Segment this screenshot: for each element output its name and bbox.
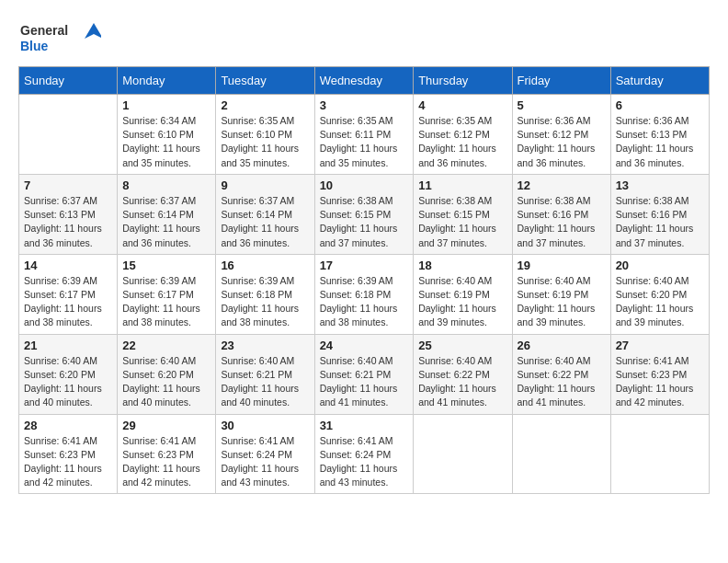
day-info: Sunrise: 6:40 AMSunset: 6:20 PMDaylight:… — [122, 354, 210, 410]
svg-marker-2 — [85, 23, 101, 39]
day-number: 15 — [122, 259, 210, 272]
calendar-cell: 15Sunrise: 6:39 AMSunset: 6:17 PMDayligh… — [118, 254, 216, 334]
calendar-cell: 7Sunrise: 6:37 AMSunset: 6:13 PMDaylight… — [19, 174, 118, 254]
calendar-cell: 21Sunrise: 6:40 AMSunset: 6:20 PMDayligh… — [19, 334, 118, 414]
day-info: Sunrise: 6:40 AMSunset: 6:19 PMDaylight:… — [518, 274, 606, 330]
day-info: Sunrise: 6:35 AMSunset: 6:12 PMDaylight:… — [418, 114, 506, 170]
day-info: Sunrise: 6:37 AMSunset: 6:14 PMDaylight:… — [122, 194, 210, 250]
generalblue-logo-icon: General Blue — [18, 18, 101, 57]
day-info: Sunrise: 6:38 AMSunset: 6:15 PMDaylight:… — [418, 194, 506, 250]
day-info: Sunrise: 6:40 AMSunset: 6:22 PMDaylight:… — [418, 354, 506, 410]
day-number: 30 — [221, 419, 309, 432]
calendar-cell: 13Sunrise: 6:38 AMSunset: 6:16 PMDayligh… — [610, 174, 709, 254]
day-info: Sunrise: 6:40 AMSunset: 6:21 PMDaylight:… — [221, 354, 309, 410]
page-header: General Blue — [18, 18, 710, 57]
weekday-header-row: SundayMondayTuesdayWednesdayThursdayFrid… — [19, 67, 710, 95]
day-info: Sunrise: 6:37 AMSunset: 6:13 PMDaylight:… — [24, 194, 112, 250]
day-info: Sunrise: 6:39 AMSunset: 6:18 PMDaylight:… — [320, 274, 409, 330]
calendar-week-row: 14Sunrise: 6:39 AMSunset: 6:17 PMDayligh… — [19, 254, 710, 334]
svg-text:General: General — [20, 23, 68, 38]
day-number: 1 — [122, 98, 210, 112]
day-info: Sunrise: 6:41 AMSunset: 6:23 PMDaylight:… — [122, 434, 210, 490]
day-info: Sunrise: 6:38 AMSunset: 6:15 PMDaylight:… — [320, 194, 409, 250]
day-number: 13 — [616, 178, 704, 192]
calendar-cell: 10Sunrise: 6:38 AMSunset: 6:15 PMDayligh… — [314, 174, 414, 254]
day-number: 21 — [24, 339, 112, 352]
calendar-cell: 24Sunrise: 6:40 AMSunset: 6:21 PMDayligh… — [314, 334, 414, 414]
day-info: Sunrise: 6:41 AMSunset: 6:24 PMDaylight:… — [320, 434, 409, 490]
day-number: 20 — [616, 259, 704, 272]
calendar-table: SundayMondayTuesdayWednesdayThursdayFrid… — [18, 66, 710, 494]
day-info: Sunrise: 6:36 AMSunset: 6:12 PMDaylight:… — [518, 114, 606, 170]
day-number: 25 — [418, 339, 506, 352]
day-number: 5 — [518, 98, 606, 112]
day-number: 29 — [122, 419, 210, 432]
calendar-week-row: 28Sunrise: 6:41 AMSunset: 6:23 PMDayligh… — [19, 414, 710, 494]
calendar-cell: 31Sunrise: 6:41 AMSunset: 6:24 PMDayligh… — [314, 414, 414, 494]
calendar-week-row: 1Sunrise: 6:34 AMSunset: 6:10 PMDaylight… — [19, 95, 710, 175]
calendar-week-row: 7Sunrise: 6:37 AMSunset: 6:13 PMDaylight… — [19, 174, 710, 254]
day-info: Sunrise: 6:34 AMSunset: 6:10 PMDaylight:… — [122, 114, 210, 170]
day-info: Sunrise: 6:41 AMSunset: 6:23 PMDaylight:… — [24, 434, 112, 490]
calendar-cell: 12Sunrise: 6:38 AMSunset: 6:16 PMDayligh… — [512, 174, 610, 254]
day-info: Sunrise: 6:39 AMSunset: 6:17 PMDaylight:… — [24, 274, 112, 330]
calendar-cell: 23Sunrise: 6:40 AMSunset: 6:21 PMDayligh… — [216, 334, 314, 414]
day-number: 2 — [221, 98, 309, 112]
day-number: 24 — [320, 339, 409, 352]
calendar-cell: 5Sunrise: 6:36 AMSunset: 6:12 PMDaylight… — [512, 95, 610, 175]
weekday-header-tuesday: Tuesday — [216, 67, 314, 95]
calendar-cell: 20Sunrise: 6:40 AMSunset: 6:20 PMDayligh… — [610, 254, 709, 334]
weekday-header-monday: Monday — [118, 67, 216, 95]
day-number: 28 — [24, 419, 112, 432]
day-number: 14 — [24, 259, 112, 272]
day-info: Sunrise: 6:40 AMSunset: 6:20 PMDaylight:… — [24, 354, 112, 410]
calendar-cell: 8Sunrise: 6:37 AMSunset: 6:14 PMDaylight… — [118, 174, 216, 254]
day-number: 4 — [418, 98, 506, 112]
day-info: Sunrise: 6:39 AMSunset: 6:17 PMDaylight:… — [122, 274, 210, 330]
calendar-cell: 9Sunrise: 6:37 AMSunset: 6:14 PMDaylight… — [216, 174, 314, 254]
weekday-header-sunday: Sunday — [19, 67, 118, 95]
calendar-cell: 19Sunrise: 6:40 AMSunset: 6:19 PMDayligh… — [512, 254, 610, 334]
calendar-cell: 22Sunrise: 6:40 AMSunset: 6:20 PMDayligh… — [118, 334, 216, 414]
day-number: 3 — [320, 98, 409, 112]
logo: General Blue — [18, 18, 101, 57]
calendar-cell: 29Sunrise: 6:41 AMSunset: 6:23 PMDayligh… — [118, 414, 216, 494]
svg-text:Blue: Blue — [20, 39, 49, 53]
calendar-cell: 25Sunrise: 6:40 AMSunset: 6:22 PMDayligh… — [414, 334, 512, 414]
day-number: 6 — [616, 98, 704, 112]
day-number: 11 — [418, 178, 506, 192]
weekday-header-saturday: Saturday — [610, 67, 709, 95]
calendar-cell: 14Sunrise: 6:39 AMSunset: 6:17 PMDayligh… — [19, 254, 118, 334]
day-info: Sunrise: 6:36 AMSunset: 6:13 PMDaylight:… — [616, 114, 704, 170]
day-number: 8 — [122, 178, 210, 192]
calendar-cell — [19, 95, 118, 175]
calendar-week-row: 21Sunrise: 6:40 AMSunset: 6:20 PMDayligh… — [19, 334, 710, 414]
day-number: 16 — [221, 259, 309, 272]
day-info: Sunrise: 6:40 AMSunset: 6:22 PMDaylight:… — [518, 354, 606, 410]
calendar-cell — [414, 414, 512, 494]
day-info: Sunrise: 6:35 AMSunset: 6:11 PMDaylight:… — [320, 114, 409, 170]
calendar-cell: 28Sunrise: 6:41 AMSunset: 6:23 PMDayligh… — [19, 414, 118, 494]
day-number: 23 — [221, 339, 309, 352]
day-info: Sunrise: 6:37 AMSunset: 6:14 PMDaylight:… — [221, 194, 309, 250]
day-number: 31 — [320, 419, 409, 432]
weekday-header-friday: Friday — [512, 67, 610, 95]
day-number: 19 — [518, 259, 606, 272]
calendar-cell: 2Sunrise: 6:35 AMSunset: 6:10 PMDaylight… — [216, 95, 314, 175]
day-info: Sunrise: 6:40 AMSunset: 6:19 PMDaylight:… — [418, 274, 506, 330]
calendar-cell: 30Sunrise: 6:41 AMSunset: 6:24 PMDayligh… — [216, 414, 314, 494]
weekday-header-thursday: Thursday — [414, 67, 512, 95]
day-number: 26 — [518, 339, 606, 352]
calendar-cell: 1Sunrise: 6:34 AMSunset: 6:10 PMDaylight… — [118, 95, 216, 175]
day-info: Sunrise: 6:40 AMSunset: 6:20 PMDaylight:… — [616, 274, 704, 330]
day-info: Sunrise: 6:41 AMSunset: 6:23 PMDaylight:… — [616, 354, 704, 410]
day-info: Sunrise: 6:38 AMSunset: 6:16 PMDaylight:… — [616, 194, 704, 250]
calendar-cell: 27Sunrise: 6:41 AMSunset: 6:23 PMDayligh… — [610, 334, 709, 414]
day-number: 10 — [320, 178, 409, 192]
weekday-header-wednesday: Wednesday — [314, 67, 414, 95]
calendar-cell — [512, 414, 610, 494]
day-number: 18 — [418, 259, 506, 272]
day-info: Sunrise: 6:40 AMSunset: 6:21 PMDaylight:… — [320, 354, 409, 410]
calendar-cell: 18Sunrise: 6:40 AMSunset: 6:19 PMDayligh… — [414, 254, 512, 334]
calendar-cell: 17Sunrise: 6:39 AMSunset: 6:18 PMDayligh… — [314, 254, 414, 334]
